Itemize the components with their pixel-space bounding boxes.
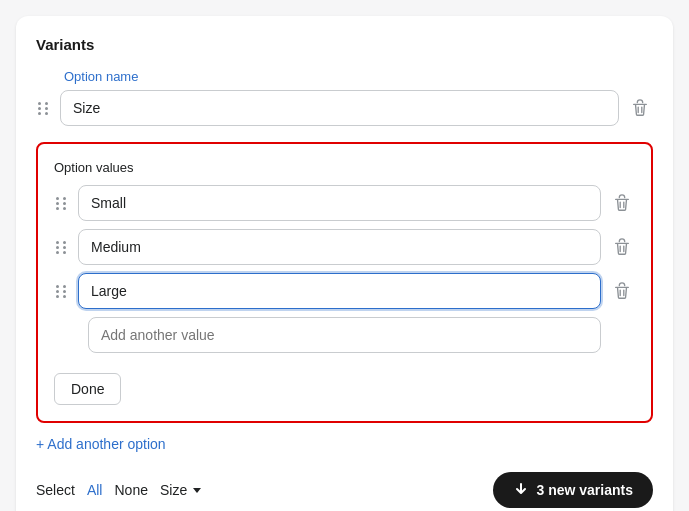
variants-card: Variants Option name Option values <box>16 16 673 511</box>
drag-handle-medium[interactable] <box>54 241 70 254</box>
all-filter-button[interactable]: All <box>87 482 103 498</box>
drag-handle-small[interactable] <box>54 197 70 210</box>
option-value-input-small[interactable] <box>78 185 601 221</box>
bottom-bar: Select All None Size 3 new variants <box>36 472 653 508</box>
new-variants-label: 3 new variants <box>537 482 634 498</box>
select-label: Select <box>36 482 75 498</box>
option-value-row-large <box>54 273 635 309</box>
delete-option-button[interactable] <box>627 95 653 121</box>
card-title: Variants <box>36 36 653 53</box>
add-value-row <box>54 317 635 353</box>
option-value-row-medium <box>54 229 635 265</box>
none-filter-button[interactable]: None <box>114 482 147 498</box>
add-option-link[interactable]: + Add another option <box>36 436 166 452</box>
new-variants-button[interactable]: 3 new variants <box>493 472 654 508</box>
download-icon <box>513 482 529 498</box>
drag-handle-option[interactable] <box>36 102 52 115</box>
option-value-input-medium[interactable] <box>78 229 601 265</box>
option-value-input-large[interactable] <box>78 273 601 309</box>
option-values-label: Option values <box>54 160 635 175</box>
done-button[interactable]: Done <box>54 373 121 405</box>
option-name-row <box>36 90 653 126</box>
delete-value-small-button[interactable] <box>609 190 635 216</box>
option-value-row-small <box>54 185 635 221</box>
delete-value-medium-button[interactable] <box>609 234 635 260</box>
add-value-input[interactable] <box>88 317 601 353</box>
option-name-label: Option name <box>64 69 653 84</box>
delete-value-large-button[interactable] <box>609 278 635 304</box>
drag-handle-large[interactable] <box>54 285 70 298</box>
option-values-section: Option values <box>36 142 653 423</box>
option-name-input[interactable] <box>60 90 619 126</box>
chevron-down-icon <box>193 488 201 493</box>
size-filter-button[interactable]: Size <box>160 482 201 498</box>
